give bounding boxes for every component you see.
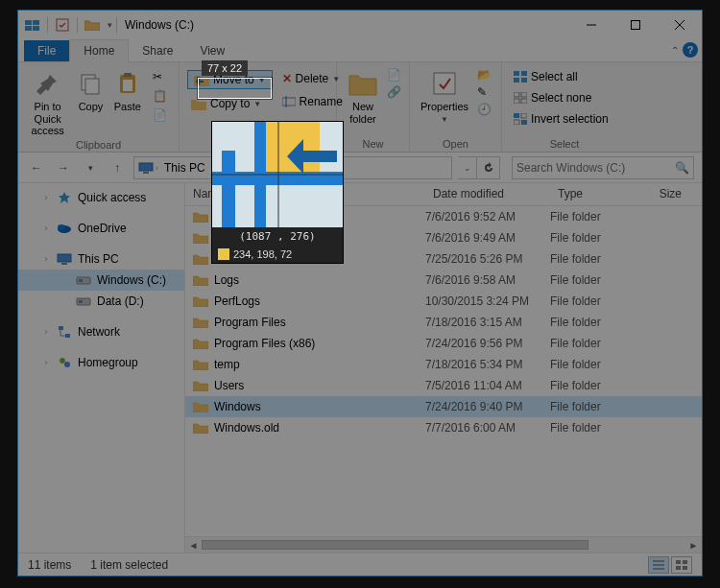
column-type[interactable]: Type xyxy=(550,183,636,205)
file-name: Logs xyxy=(214,273,239,287)
copy-to-button[interactable]: Copy to▼ xyxy=(187,95,273,112)
details-view-button[interactable] xyxy=(648,556,669,574)
open-icon[interactable]: 📂 xyxy=(477,68,492,82)
svg-rect-26 xyxy=(521,113,527,118)
folder-icon xyxy=(193,338,208,349)
file-type: File folder xyxy=(550,273,636,287)
sidebar-item[interactable]: ›Network xyxy=(18,321,184,342)
address-history-button[interactable]: ⌄ xyxy=(458,156,477,179)
sidebar-item[interactable]: ›This PC xyxy=(18,248,184,270)
search-input[interactable] xyxy=(516,161,675,175)
select-none-icon xyxy=(514,92,527,104)
copy-path-icon: 📋 xyxy=(153,89,167,103)
new-item-icon[interactable]: 📄 xyxy=(387,68,401,82)
folder-icon xyxy=(193,274,208,286)
breadcrumb-this-pc[interactable]: This PC xyxy=(160,161,209,175)
table-row[interactable]: PerfLogs10/30/2015 3:24 PMFile folder xyxy=(185,291,702,312)
svg-rect-47 xyxy=(676,560,681,564)
select-all-button[interactable]: Select all xyxy=(510,68,612,85)
file-type: File folder xyxy=(550,400,636,413)
breadcrumb[interactable]: › This PC › Windows (C:) › xyxy=(133,156,452,179)
file-date: 7/6/2016 9:52 AM xyxy=(425,210,550,223)
qat-customize-icon[interactable]: ▾ xyxy=(105,17,114,33)
file-name: temp xyxy=(214,358,240,371)
svg-rect-23 xyxy=(514,99,519,104)
paste-button[interactable]: Paste xyxy=(112,66,143,137)
invert-selection-button[interactable]: Invert selection xyxy=(510,110,612,128)
help-icon[interactable]: ? xyxy=(683,42,698,58)
file-date: 7/5/2016 11:04 AM xyxy=(425,379,550,392)
sidebar-item[interactable]: ›Quick access xyxy=(18,187,184,208)
column-headers: Name Date modified Type Size xyxy=(185,183,702,206)
table-row[interactable]: Windows7/24/2016 9:40 PMFile folder xyxy=(185,396,702,417)
pin-to-quick-access-button[interactable]: Pin to Quick access xyxy=(26,66,69,137)
sidebar-item[interactable]: ›Homegroup xyxy=(18,352,184,373)
edit-icon[interactable]: ✎ xyxy=(477,85,492,99)
horizontal-scrollbar[interactable]: ◄ ► xyxy=(185,536,702,553)
file-type: File folder xyxy=(550,421,636,435)
maximize-button[interactable] xyxy=(613,11,658,39)
pc-icon xyxy=(57,251,72,267)
tab-home[interactable]: Home xyxy=(69,39,129,62)
minimize-button[interactable] xyxy=(569,11,613,39)
table-row[interactable]: Program Files (x86)7/24/2016 9:56 PMFile… xyxy=(185,333,702,354)
svg-rect-1 xyxy=(33,20,39,25)
group-label-select: Select xyxy=(510,136,619,150)
file-type: File folder xyxy=(550,316,636,329)
sidebar-item-label: OneDrive xyxy=(78,222,127,235)
file-type: File folder xyxy=(550,337,636,350)
table-row[interactable]: LL7/25/2016 5:26 PMFile folder xyxy=(185,248,702,270)
titlebar: ▾ Windows (C:) xyxy=(18,11,702,39)
paste-shortcut-button[interactable]: 📄 xyxy=(149,106,171,124)
select-none-button[interactable]: Select none xyxy=(510,89,612,106)
easy-access-icon[interactable]: 🔗 xyxy=(387,85,401,99)
back-button[interactable]: ← xyxy=(26,157,47,178)
column-size[interactable]: Size xyxy=(636,183,702,205)
table-row[interactable]: temp7/18/2016 5:34 PMFile folder xyxy=(185,354,702,375)
new-folder-button[interactable]: New folder xyxy=(345,66,381,136)
ribbon-collapse-icon[interactable]: ⌃ xyxy=(671,45,679,56)
table-row[interactable]: Windows.old7/7/2016 6:00 AMFile folder xyxy=(185,417,702,438)
column-name[interactable]: Name xyxy=(185,183,425,205)
new-folder-icon[interactable] xyxy=(84,17,101,33)
sidebar-item[interactable]: ›OneDrive xyxy=(18,218,184,239)
table-row[interactable]: Intel7/6/2016 9:52 AMFile folder xyxy=(185,206,702,227)
copy-path-button[interactable]: 📋 xyxy=(149,87,171,105)
navigation-pane[interactable]: ›Quick access›OneDrive›This PCWindows (C… xyxy=(18,183,185,553)
svg-rect-10 xyxy=(85,79,99,94)
file-date: 7/18/2016 3:15 AM xyxy=(425,316,550,329)
sidebar-item[interactable]: Windows (C:) xyxy=(18,270,184,291)
file-list[interactable]: Intel7/6/2016 9:52 AMFile folderLENOVO7/… xyxy=(185,206,702,536)
tab-view[interactable]: View xyxy=(186,40,238,61)
svg-rect-50 xyxy=(683,566,687,570)
search-icon[interactable]: 🔍 xyxy=(675,161,689,175)
copy-icon xyxy=(75,68,106,99)
move-to-button[interactable]: Move to▼ xyxy=(187,70,273,89)
thumbnails-view-button[interactable] xyxy=(671,556,692,574)
tab-file[interactable]: File xyxy=(24,40,69,61)
breadcrumb-drive[interactable]: Windows (C:) xyxy=(216,161,293,175)
copy-button[interactable]: Copy xyxy=(75,66,106,137)
table-row[interactable]: Users7/5/2016 11:04 AMFile folder xyxy=(185,375,702,396)
file-name: Users xyxy=(214,379,244,392)
folder-icon xyxy=(193,380,208,391)
cut-button[interactable]: ✂ xyxy=(149,68,171,85)
tab-share[interactable]: Share xyxy=(129,40,186,61)
search-box[interactable]: 🔍 xyxy=(512,156,694,179)
history-icon[interactable]: 🕘 xyxy=(477,103,492,116)
close-button[interactable] xyxy=(658,11,702,39)
table-row[interactable]: Logs7/6/2016 9:58 AMFile folder xyxy=(185,270,702,291)
svg-rect-14 xyxy=(282,98,296,106)
properties-icon[interactable] xyxy=(54,17,71,33)
new-folder-icon xyxy=(348,68,378,99)
up-button[interactable]: ↑ xyxy=(107,157,128,178)
file-type: File folder xyxy=(550,252,636,266)
refresh-button[interactable] xyxy=(477,156,500,179)
table-row[interactable]: LENOVO7/6/2016 9:49 AMFile folder xyxy=(185,227,702,248)
column-date[interactable]: Date modified xyxy=(425,183,550,205)
sidebar-item[interactable]: Data (D:) xyxy=(18,291,184,312)
table-row[interactable]: Program Files7/18/2016 3:15 AMFile folde… xyxy=(185,312,702,333)
forward-button[interactable]: → xyxy=(53,157,74,178)
properties-button[interactable]: Properties ▼ xyxy=(418,66,471,136)
recent-locations-button[interactable]: ▾ xyxy=(80,157,101,178)
